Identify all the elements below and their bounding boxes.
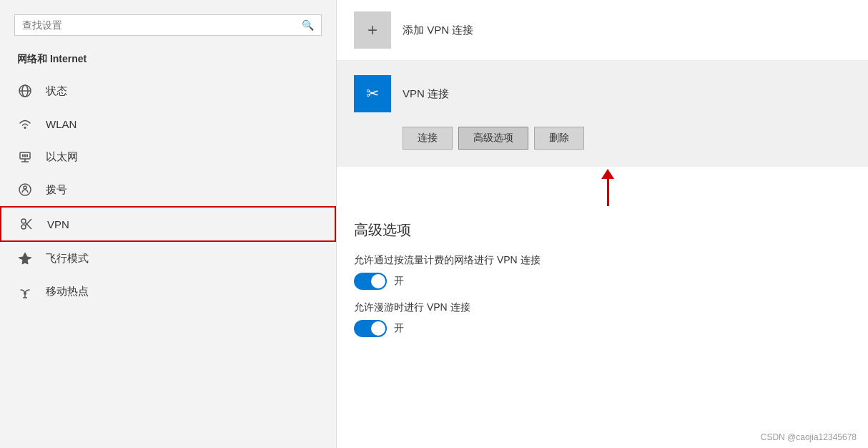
sidebar-item-dialup[interactable]: 拨号 bbox=[0, 173, 336, 206]
option1-label: 允许通过按流量计费的网络进行 VPN 连接 bbox=[354, 254, 851, 267]
add-vpn-section: + 添加 VPN 连接 bbox=[337, 0, 868, 61]
dialup-label: 拨号 bbox=[46, 183, 67, 197]
dialup-icon bbox=[17, 182, 33, 198]
vpn-connection-name: VPN 连接 bbox=[403, 87, 449, 101]
globe-icon bbox=[17, 83, 33, 99]
advanced-section: 高级选项 允许通过按流量计费的网络进行 VPN 连接 开 允许漫游时进行 VPN… bbox=[337, 206, 868, 363]
toggle2-row: 开 bbox=[354, 320, 851, 337]
ethernet-label: 以太网 bbox=[46, 150, 78, 164]
toggle1-label: 开 bbox=[394, 275, 404, 288]
vpn-icon-box: ✂ bbox=[354, 75, 391, 112]
sidebar-item-hotspot[interactable]: 移动热点 bbox=[0, 275, 336, 308]
toggle2[interactable] bbox=[354, 320, 387, 337]
hotspot-label: 移动热点 bbox=[46, 285, 89, 298]
svg-point-12 bbox=[21, 219, 26, 223]
status-label: 状态 bbox=[46, 84, 67, 98]
vpn-buttons: 连接 高级选项 删除 bbox=[354, 118, 851, 158]
vpn-label: VPN bbox=[47, 218, 69, 230]
toggle1[interactable] bbox=[354, 273, 387, 290]
wifi-icon bbox=[17, 116, 33, 132]
svg-point-16 bbox=[24, 292, 26, 295]
advanced-button[interactable]: 高级选项 bbox=[458, 127, 528, 150]
vpn-scissors-icon: ✂ bbox=[366, 84, 379, 103]
svg-point-3 bbox=[24, 127, 26, 129]
airplane-icon bbox=[17, 250, 33, 266]
toggle2-label: 开 bbox=[394, 322, 404, 335]
svg-rect-8 bbox=[24, 155, 26, 157]
sidebar-item-vpn[interactable]: VPN bbox=[0, 206, 336, 242]
option1-row: 允许通过按流量计费的网络进行 VPN 连接 开 bbox=[354, 254, 851, 290]
arrow-annotation bbox=[337, 167, 868, 206]
toggle1-row: 开 bbox=[354, 273, 851, 290]
section-title: 网络和 Internet bbox=[0, 50, 336, 74]
option2-label: 允许漫游时进行 VPN 连接 bbox=[354, 301, 851, 314]
connect-button[interactable]: 连接 bbox=[403, 127, 453, 150]
sidebar: 🔍 网络和 Internet 状态 WLAN bbox=[0, 0, 336, 448]
delete-button[interactable]: 删除 bbox=[534, 127, 584, 150]
airplane-label: 飞行模式 bbox=[46, 252, 89, 266]
ethernet-icon bbox=[17, 149, 33, 165]
watermark: CSDN @caojia12345678 bbox=[761, 432, 857, 442]
advanced-title: 高级选项 bbox=[354, 220, 851, 240]
hotspot-icon bbox=[17, 283, 33, 299]
wlan-label: WLAN bbox=[46, 118, 77, 130]
sidebar-item-status[interactable]: 状态 bbox=[0, 74, 336, 107]
svg-point-11 bbox=[24, 186, 26, 189]
sidebar-item-ethernet[interactable]: 以太网 bbox=[0, 140, 336, 173]
svg-rect-7 bbox=[22, 155, 24, 157]
sidebar-item-wlan[interactable]: WLAN bbox=[0, 107, 336, 140]
red-arrow bbox=[601, 169, 614, 206]
main-content: + 添加 VPN 连接 ✂ VPN 连接 连接 高级选项 删除 高级选项 允许通… bbox=[337, 0, 868, 448]
vpn-connection-header: ✂ VPN 连接 bbox=[354, 69, 851, 118]
option2-row: 允许漫游时进行 VPN 连接 开 bbox=[354, 301, 851, 337]
svg-point-13 bbox=[21, 225, 26, 229]
svg-line-15 bbox=[26, 219, 32, 225]
add-vpn-button[interactable]: + bbox=[354, 11, 391, 49]
search-icon: 🔍 bbox=[302, 19, 314, 31]
sidebar-item-airplane[interactable]: 飞行模式 bbox=[0, 242, 336, 275]
vpn-connection-section: ✂ VPN 连接 连接 高级选项 删除 bbox=[337, 61, 868, 167]
svg-line-14 bbox=[26, 223, 32, 229]
search-box[interactable]: 🔍 bbox=[14, 14, 322, 36]
add-vpn-label: 添加 VPN 连接 bbox=[403, 24, 473, 37]
vpn-nav-icon bbox=[19, 216, 34, 232]
svg-rect-9 bbox=[26, 155, 28, 157]
search-input[interactable] bbox=[22, 19, 296, 31]
